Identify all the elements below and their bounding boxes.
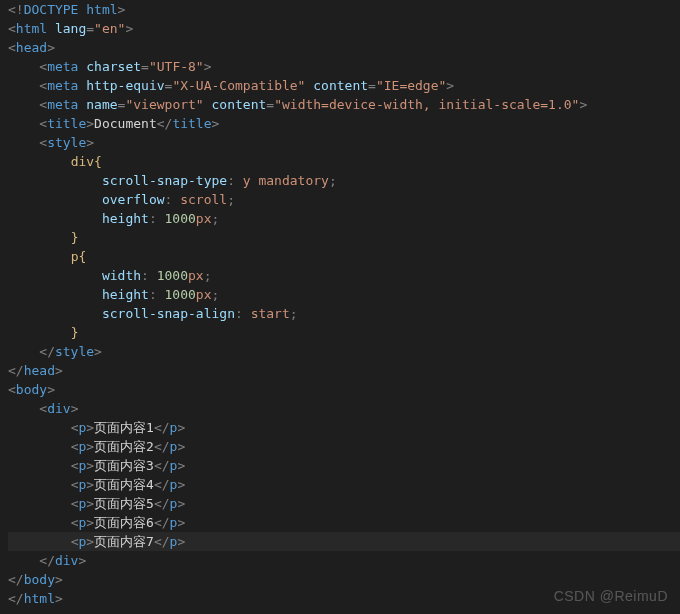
code-line[interactable]: </div>	[8, 551, 680, 570]
code-line[interactable]: height: 1000px;	[8, 209, 680, 228]
code-line[interactable]: <div>	[8, 399, 680, 418]
code-line[interactable]: </head>	[8, 361, 680, 380]
code-editor[interactable]: <!DOCTYPE html> <html lang="en"> <head> …	[0, 0, 680, 608]
code-line[interactable]: <html lang="en">	[8, 19, 680, 38]
code-line[interactable]: <style>	[8, 133, 680, 152]
code-line[interactable]: <meta name="viewport" content="width=dev…	[8, 95, 680, 114]
code-line[interactable]: <p>页面内容6</p>	[8, 513, 680, 532]
code-line[interactable]: p{	[8, 247, 680, 266]
code-line[interactable]: height: 1000px;	[8, 285, 680, 304]
code-line[interactable]: <p>页面内容3</p>	[8, 456, 680, 475]
code-line[interactable]: </style>	[8, 342, 680, 361]
code-line[interactable]: <meta http-equiv="X-UA-Compatible" conte…	[8, 76, 680, 95]
code-line[interactable]: }	[8, 323, 680, 342]
code-line-active[interactable]: <p>页面内容7</p>	[8, 532, 680, 551]
code-line[interactable]: <p>页面内容4</p>	[8, 475, 680, 494]
code-line[interactable]: <head>	[8, 38, 680, 57]
code-line[interactable]: <p>页面内容5</p>	[8, 494, 680, 513]
code-line[interactable]: overflow: scroll;	[8, 190, 680, 209]
code-line[interactable]: scroll-snap-type: y mandatory;	[8, 171, 680, 190]
code-line[interactable]: <body>	[8, 380, 680, 399]
watermark: CSDN @ReimuD	[554, 587, 668, 606]
code-line[interactable]: <meta charset="UTF-8">	[8, 57, 680, 76]
code-line[interactable]: scroll-snap-align: start;	[8, 304, 680, 323]
code-line[interactable]: }	[8, 228, 680, 247]
code-line[interactable]: <!DOCTYPE html>	[8, 0, 680, 19]
code-line[interactable]: width: 1000px;	[8, 266, 680, 285]
code-line[interactable]: <p>页面内容1</p>	[8, 418, 680, 437]
code-line[interactable]: div{	[8, 152, 680, 171]
code-line[interactable]: <p>页面内容2</p>	[8, 437, 680, 456]
code-line[interactable]: <title>Document</title>	[8, 114, 680, 133]
